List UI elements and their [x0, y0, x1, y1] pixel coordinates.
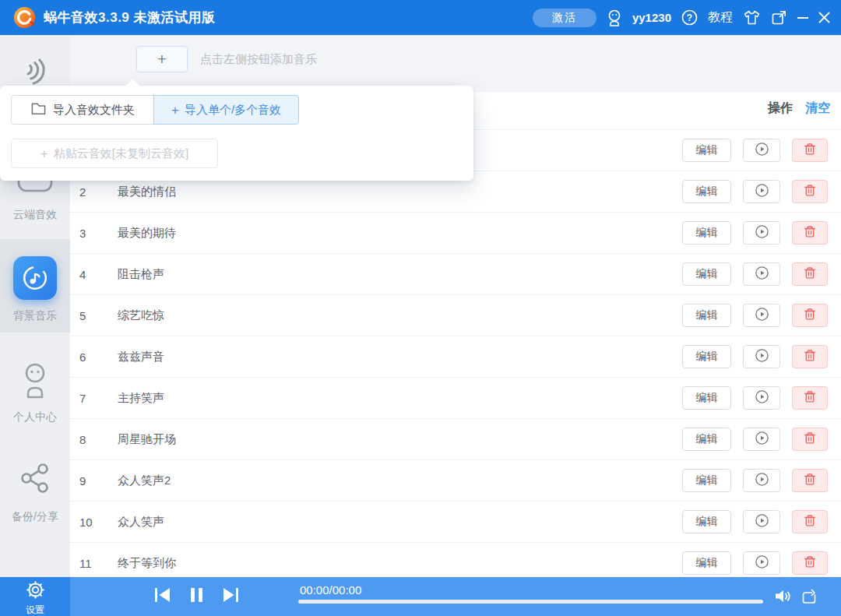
delete-button[interactable] — [792, 551, 828, 575]
sidebar-item-background-music[interactable]: 背景音乐 — [0, 239, 70, 333]
volume-icon[interactable] — [773, 587, 792, 608]
play-circle-icon — [754, 430, 770, 449]
row-index: 2 — [70, 185, 118, 199]
trash-icon — [803, 307, 817, 324]
import-single-button[interactable]: + 导入单个/多个音效 — [153, 95, 299, 125]
next-track-button[interactable] — [221, 585, 241, 608]
close-button[interactable] — [818, 12, 830, 23]
settings-label: 设置 — [0, 604, 70, 616]
edit-button[interactable]: 编辑 — [682, 469, 731, 492]
sidebar-item-backup-share[interactable]: 备份/分享 — [0, 510, 70, 524]
play-circle-icon — [754, 389, 770, 407]
person-icon[interactable] — [19, 362, 51, 404]
edit-button[interactable]: 编辑 — [682, 180, 731, 203]
edit-button[interactable]: 编辑 — [682, 304, 731, 327]
play-circle-icon — [754, 182, 770, 201]
actions-header: 操作 — [768, 100, 793, 117]
delete-button[interactable] — [792, 304, 828, 327]
play-button[interactable] — [743, 469, 780, 492]
paste-cloud-button[interactable]: + 粘贴云音效[未复制云音效] — [11, 139, 218, 168]
edit-button[interactable]: 编辑 — [682, 551, 731, 575]
play-button[interactable] — [743, 262, 780, 286]
titlebar: 蜗牛音效3.3.9 未激活试用版 激活 yy1230 ? 教程 — [0, 0, 841, 35]
song-name: 综艺吃惊 — [118, 308, 682, 323]
share-icon[interactable] — [19, 462, 51, 498]
edit-button[interactable]: 编辑 — [682, 139, 731, 162]
username[interactable]: yy1230 — [632, 11, 671, 24]
delete-button[interactable] — [792, 386, 828, 410]
delete-button[interactable] — [792, 180, 828, 203]
table-row: 8 周星驰开场 编辑 — [70, 419, 841, 460]
gear-icon — [25, 590, 46, 603]
play-button[interactable] — [743, 345, 780, 368]
app-title: 蜗牛音效3.3.9 未激活试用版 — [44, 0, 216, 35]
row-index: 10 — [70, 516, 118, 529]
edit-button[interactable]: 编辑 — [682, 428, 731, 451]
song-name: 最美的情侣 — [118, 185, 682, 199]
delete-button[interactable] — [792, 221, 828, 245]
play-button[interactable] — [743, 139, 780, 162]
import-folder-button[interactable]: 导入音效文件夹 — [11, 95, 154, 125]
table-row: 3 最美的期待 编辑 — [70, 213, 841, 254]
list-header: 操作 清空 — [768, 100, 830, 117]
song-name: 众人笑声 — [118, 515, 682, 530]
trash-icon — [803, 554, 817, 572]
loop-mode-icon[interactable] — [801, 588, 818, 608]
clear-all-link[interactable]: 清空 — [805, 100, 830, 117]
trash-icon — [803, 183, 817, 200]
delete-button[interactable] — [792, 139, 828, 162]
sidebar-item-label: 背景音乐 — [0, 309, 70, 323]
play-circle-icon — [754, 554, 770, 572]
help-icon[interactable]: ? — [681, 9, 698, 26]
trash-icon — [803, 389, 817, 407]
delete-button[interactable] — [792, 428, 828, 451]
app-logo-icon — [13, 6, 36, 29]
sidebar-item-profile[interactable]: 个人中心 — [0, 410, 70, 424]
activate-button[interactable]: 激活 — [533, 9, 596, 27]
row-actions: 编辑 — [682, 386, 828, 410]
popout-icon[interactable] — [771, 9, 787, 26]
delete-button[interactable] — [792, 262, 828, 286]
previous-track-button[interactable] — [153, 585, 172, 608]
music-list: 1 编辑 — [70, 129, 841, 577]
play-circle-icon — [754, 141, 770, 160]
song-name: 周星驰开场 — [118, 432, 682, 447]
table-row: 4 阻击枪声 编辑 — [70, 254, 841, 295]
play-button[interactable] — [743, 221, 780, 245]
import-popup: 导入音效文件夹 + 导入单个/多个音效 + 粘贴云音效[未复制云音效] — [0, 86, 473, 181]
play-button[interactable] — [743, 386, 780, 410]
delete-button[interactable] — [792, 510, 828, 533]
row-actions: 编辑 — [682, 551, 828, 575]
plus-icon: + — [171, 104, 179, 117]
sidebar-item-cloud[interactable]: 云端音效 — [0, 208, 70, 222]
row-actions: 编辑 — [682, 139, 828, 162]
delete-button[interactable] — [792, 345, 828, 368]
play-circle-icon — [754, 306, 770, 325]
progress-bar[interactable] — [298, 600, 763, 604]
shirt-icon[interactable] — [743, 9, 761, 26]
play-button[interactable] — [743, 180, 780, 203]
edit-button[interactable]: 编辑 — [682, 345, 731, 368]
row-actions: 编辑 — [682, 221, 828, 245]
minimize-button[interactable] — [797, 17, 808, 19]
delete-button[interactable] — [792, 469, 828, 492]
play-circle-icon — [754, 224, 770, 242]
song-name: 兹兹声音 — [118, 350, 682, 364]
add-music-button[interactable]: + — [136, 46, 188, 72]
trash-icon — [803, 348, 817, 365]
tutorial-link[interactable]: 教程 — [708, 9, 733, 26]
play-button[interactable] — [743, 428, 780, 451]
edit-button[interactable]: 编辑 — [682, 510, 731, 533]
play-button[interactable] — [743, 510, 780, 533]
edit-button[interactable]: 编辑 — [682, 386, 731, 410]
sidebar-item-settings[interactable]: 设置 — [0, 577, 70, 616]
edit-button[interactable]: 编辑 — [682, 262, 731, 286]
trash-icon — [803, 224, 817, 241]
row-index: 7 — [70, 392, 118, 405]
play-button[interactable] — [743, 551, 780, 575]
row-index: 9 — [70, 474, 118, 488]
pause-button[interactable] — [188, 585, 205, 608]
edit-button[interactable]: 编辑 — [682, 221, 731, 245]
play-button[interactable] — [743, 304, 780, 327]
trash-icon — [803, 142, 817, 159]
